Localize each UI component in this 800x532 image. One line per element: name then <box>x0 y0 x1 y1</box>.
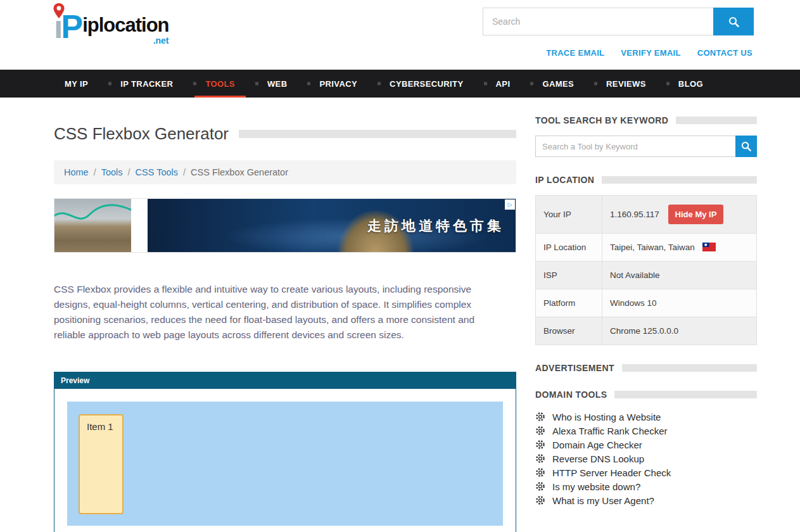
browser-label: Browser <box>536 317 602 345</box>
table-row: Browser Chrome 125.0.0.0 <box>536 317 757 345</box>
platform-value: Windows 10 <box>602 289 757 317</box>
taiwan-flag-icon <box>702 243 716 251</box>
logo-name: iplocation <box>82 14 168 36</box>
table-row: IP Location Taipei, Taiwan, Taiwan <box>536 234 757 262</box>
breadcrumb-current-page: CSS Flexbox Generator <box>191 167 288 177</box>
preview-panel-header: Preview <box>54 372 516 389</box>
advertisement-banner[interactable]: 走訪地道特色市集 ▷ <box>54 198 516 253</box>
nav-item-privacy[interactable]: PRIVACY <box>308 70 368 98</box>
breadcrumb-separator: / <box>94 167 96 177</box>
isp-label: ISP <box>536 262 602 289</box>
gear-icon <box>535 440 545 450</box>
search-icon <box>741 141 751 151</box>
domain-tool-user-agent[interactable]: What is my User Agent? <box>535 493 757 507</box>
table-row: Platform Windows 10 <box>536 289 757 317</box>
breadcrumb-home[interactable]: Home <box>64 167 89 177</box>
gear-icon <box>535 495 545 505</box>
nav-item-api[interactable]: API <box>485 70 521 98</box>
heading-decorative-bar <box>602 176 757 184</box>
ip-location-heading: IP LOCATION <box>535 175 594 185</box>
domain-tool-link[interactable]: Alexa Traffic Rank Checker <box>552 426 667 436</box>
ad-caption: 走訪地道特色市集 <box>367 217 504 236</box>
domain-tool-domain-age[interactable]: Domain Age Checker <box>535 438 757 452</box>
logo-tld: .net <box>153 35 169 46</box>
gear-icon <box>535 426 545 436</box>
site-logo[interactable]: ıP iplocation .net <box>54 8 169 46</box>
breadcrumb-css-tools[interactable]: CSS Tools <box>136 167 178 177</box>
page-title: CSS Flexbox Generator <box>54 124 229 144</box>
ad-landscape-graphic <box>54 199 131 252</box>
domain-tool-alexa-rank[interactable]: Alexa Traffic Rank Checker <box>535 424 757 438</box>
your-ip-cell: 1.160.95.117 Hide My IP <box>602 196 757 234</box>
title-decorative-bar <box>239 130 516 138</box>
header-search-button[interactable] <box>713 8 754 35</box>
tool-search-button[interactable] <box>735 136 757 157</box>
nav-item-reviews[interactable]: REVIEWS <box>595 70 657 98</box>
adchoices-icon[interactable]: ▷ <box>505 200 515 210</box>
ip-location-cell: Taipei, Taiwan, Taiwan <box>602 234 757 262</box>
ip-info-table: Your IP 1.160.95.117 Hide My IP IP Locat… <box>535 195 757 345</box>
domain-tool-link[interactable]: HTTP Server Header Check <box>552 467 671 478</box>
advertisement-heading: ADVERTISEMENT <box>535 363 614 373</box>
header-search-input[interactable] <box>483 8 713 35</box>
header-links: TRACE EMAIL VERIFY EMAIL CONTACT US <box>546 48 752 58</box>
nav-item-my-ip[interactable]: MY IP <box>54 70 99 98</box>
domain-tool-link[interactable]: What is my User Agent? <box>552 495 654 506</box>
your-ip-label: Your IP <box>536 196 602 234</box>
tool-search-input[interactable] <box>535 136 735 157</box>
ad-image-left <box>54 199 131 252</box>
site-header: ıP iplocation .net TRACE EMAIL VERIFY EM… <box>0 0 800 70</box>
isp-value: Not Available <box>602 262 757 289</box>
verify-email-link[interactable]: VERIFY EMAIL <box>621 48 680 58</box>
preview-panel-body: Item 1 <box>54 389 516 532</box>
your-ip-value: 1.160.95.117 <box>610 210 659 219</box>
gear-icon <box>535 481 545 491</box>
heading-decorative-bar <box>614 391 757 398</box>
flexbox-preview-container: Item 1 <box>67 402 503 526</box>
gear-icon <box>535 453 545 464</box>
location-pin-icon <box>53 3 65 19</box>
domain-tool-whois-hosting[interactable]: Who is Hosting a Website <box>535 410 757 424</box>
breadcrumb: Home / Tools / CSS Tools / CSS Flexbox G… <box>54 160 516 184</box>
hide-my-ip-button[interactable]: Hide My IP <box>668 205 724 224</box>
page: ıP iplocation .net TRACE EMAIL VERIFY EM… <box>0 0 800 532</box>
nav-item-web[interactable]: WEB <box>257 70 298 98</box>
gear-icon <box>535 412 545 422</box>
main-column: CSS Flexbox Generator Home / Tools / CSS… <box>54 115 516 532</box>
logo-monogram: ıP <box>54 8 81 46</box>
table-row: ISP Not Available <box>536 262 757 289</box>
nav-item-blog[interactable]: BLOG <box>668 70 714 98</box>
title-row: CSS Flexbox Generator <box>54 124 516 144</box>
nav-item-ip-tracker[interactable]: IP TRACKER <box>110 70 184 98</box>
nav-item-games[interactable]: GAMES <box>531 70 585 98</box>
ad-image-right: 走訪地道特色市集 <box>148 199 516 252</box>
domain-tool-http-header[interactable]: HTTP Server Header Check <box>535 466 757 479</box>
flexbox-preview-item[interactable]: Item 1 <box>79 414 124 514</box>
main-navbar: MY IP IP TRACKER TOOLS WEB PRIVACY CYBER… <box>0 70 800 98</box>
domain-tool-link[interactable]: Reverse DNS Lookup <box>552 453 644 464</box>
nav-item-tools[interactable]: TOOLS <box>194 70 246 98</box>
domain-tool-link[interactable]: Domain Age Checker <box>552 440 642 450</box>
preview-panel: Preview Item 1 <box>54 372 516 532</box>
sidebar: TOOL SEARCH BY KEYWORD IP LOCATION Your … <box>535 115 757 532</box>
domain-tool-link[interactable]: Who is Hosting a Website <box>552 412 661 422</box>
platform-label: Platform <box>536 289 602 317</box>
breadcrumb-tools[interactable]: Tools <box>101 167 123 177</box>
page-description: CSS Flexbox provides a flexible and intu… <box>54 282 501 343</box>
trace-email-link[interactable]: TRACE EMAIL <box>546 48 604 58</box>
domain-tool-website-down[interactable]: Is my website down? <box>535 479 757 493</box>
contact-us-link[interactable]: CONTACT US <box>697 48 752 58</box>
header-search <box>483 8 754 35</box>
heading-decorative-bar <box>676 117 757 124</box>
domain-tool-reverse-dns[interactable]: Reverse DNS Lookup <box>535 452 757 466</box>
breadcrumb-separator: / <box>183 167 186 177</box>
domain-tool-link[interactable]: Is my website down? <box>552 481 640 492</box>
tool-search-heading-row: TOOL SEARCH BY KEYWORD <box>535 115 757 125</box>
tool-search-heading: TOOL SEARCH BY KEYWORD <box>535 115 668 125</box>
gear-icon <box>535 467 545 478</box>
nav-item-cybersecurity[interactable]: CYBERSECURITY <box>379 70 474 98</box>
domain-tools-heading: DOMAIN TOOLS <box>535 390 607 400</box>
tool-search <box>535 136 757 157</box>
table-row: Your IP 1.160.95.117 Hide My IP <box>536 196 757 234</box>
logo-text: iplocation .net <box>82 14 168 37</box>
